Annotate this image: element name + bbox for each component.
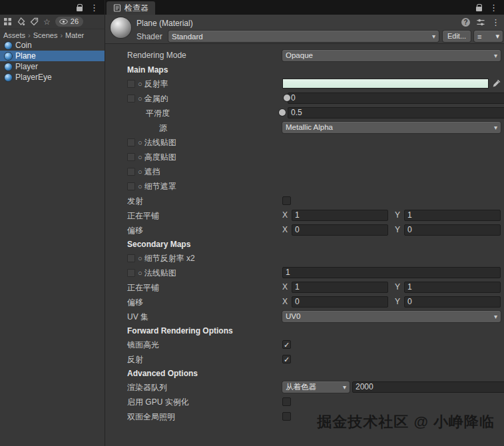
slider-knob[interactable] xyxy=(279,109,286,116)
texture-slot[interactable] xyxy=(127,168,135,176)
lock-icon[interactable] xyxy=(476,7,482,11)
kebab-menu-icon[interactable]: ⋮ xyxy=(90,3,99,12)
secondary-normal-label-text: 法线贴图 xyxy=(144,268,176,278)
kebab-menu-icon[interactable]: ⋮ xyxy=(491,18,500,27)
metallic-row: ○金属的 xyxy=(105,91,504,105)
secondary-offset-x-field[interactable] xyxy=(292,296,388,308)
emission-checkbox[interactable] xyxy=(282,196,291,205)
object-picker-icon[interactable]: ○ xyxy=(138,254,142,262)
render-queue-row: 渲染器队列 从着色器 ▾ xyxy=(105,379,504,394)
secondary-offset-y-field[interactable] xyxy=(404,296,501,308)
star-icon[interactable]: ☆ xyxy=(43,17,51,27)
smoothness-row: 平滑度 xyxy=(105,105,504,120)
gpu-instancing-checkbox[interactable] xyxy=(282,397,291,406)
list-item-player[interactable]: Player xyxy=(0,61,105,72)
y-axis-label: Y xyxy=(395,210,404,220)
render-queue-value-field[interactable] xyxy=(352,381,504,393)
help-icon[interactable]: ? xyxy=(461,18,470,27)
normal-map-label: ○法线贴图 xyxy=(127,137,176,148)
main-offset-row: 偏移 X Y xyxy=(105,222,504,237)
inspector-body: Rendering Mode Opaque ▾ Main Maps ○反射率 xyxy=(105,44,504,423)
list-item-playereye[interactable]: PlayerEye xyxy=(0,72,105,83)
shader-menu-dropdown[interactable]: ≡ ▾ xyxy=(474,31,503,42)
secondary-tiling-y-field[interactable] xyxy=(404,282,501,293)
chevron-down-icon: ▾ xyxy=(494,313,497,320)
albedo-label-text: 反射率 xyxy=(144,79,168,89)
edit-shader-button[interactable]: Edit... xyxy=(443,31,471,42)
offset-y-field[interactable] xyxy=(404,224,501,236)
detail-albedo-label: ○细节反射率 x2 xyxy=(127,253,195,264)
y-axis-label: Y xyxy=(395,225,404,234)
source-label: 源 xyxy=(159,122,167,134)
texture-slot[interactable] xyxy=(127,138,135,146)
paint-bucket-icon[interactable] xyxy=(17,17,25,26)
detail-mask-label-text: 细节遮罩 xyxy=(144,182,176,191)
uv-set-dropdown[interactable]: UV0 ▾ xyxy=(282,311,501,322)
reflections-checkbox[interactable]: ✓ xyxy=(282,355,291,363)
main-tiling-row: 正在平铺 X Y xyxy=(105,208,504,222)
uv-set-label: UV 集 xyxy=(127,312,148,323)
grid-icon[interactable] xyxy=(3,17,12,26)
normal-map-label-text: 法线贴图 xyxy=(144,138,176,147)
specular-highlights-row: 镜面高光 ✓ xyxy=(105,337,504,351)
texture-slot[interactable] xyxy=(127,80,135,88)
visibility-count: 26 xyxy=(71,17,79,25)
list-item-plane[interactable]: Plane xyxy=(0,51,105,61)
x-axis-label: X xyxy=(282,210,292,220)
detail-mask-row: ○细节遮罩 xyxy=(105,178,504,193)
texture-slot[interactable] xyxy=(127,269,135,277)
render-queue-dropdown[interactable]: 从着色器 ▾ xyxy=(282,381,350,393)
list-item-label: Plane xyxy=(15,51,36,61)
object-picker-icon[interactable]: ○ xyxy=(138,168,142,176)
object-picker-icon[interactable]: ○ xyxy=(138,269,142,277)
material-header-icons: ? ⋮ xyxy=(461,18,500,27)
object-picker-icon[interactable]: ○ xyxy=(138,182,142,190)
breadcrumb-scenes[interactable]: Scenes xyxy=(33,31,58,39)
material-sphere-icon xyxy=(5,42,12,49)
lock-icon[interactable] xyxy=(77,7,83,11)
object-picker-icon[interactable]: ○ xyxy=(138,138,142,146)
offset-label: 偏移 xyxy=(127,297,143,308)
tiling-x-field[interactable] xyxy=(292,210,388,221)
list-item-coin[interactable]: Coin xyxy=(0,40,105,51)
breadcrumb-assets[interactable]: Assets xyxy=(3,31,25,39)
double-sided-gi-checkbox[interactable] xyxy=(282,412,291,421)
eyedropper-icon[interactable] xyxy=(492,79,501,88)
secondary-tiling-x-field[interactable] xyxy=(292,282,388,293)
smoothness-source-dropdown[interactable]: Metallic Alpha ▾ xyxy=(282,122,501,133)
rendering-mode-dropdown[interactable]: Opaque ▾ xyxy=(282,50,501,61)
inspector-tabbar: 检查器 ⋮ xyxy=(105,0,504,15)
albedo-color-swatch[interactable] xyxy=(282,79,489,89)
chevron-right-icon: › xyxy=(28,31,31,39)
specular-highlights-checkbox[interactable]: ✓ xyxy=(282,340,291,349)
y-axis-label: Y xyxy=(395,282,404,292)
object-picker-icon[interactable]: ○ xyxy=(138,80,142,88)
kebab-menu-icon[interactable]: ⋮ xyxy=(489,3,498,12)
smoothness-value-field[interactable] xyxy=(288,107,504,118)
slider-knob[interactable] xyxy=(284,95,290,101)
shader-dropdown[interactable]: Standard ▾ xyxy=(168,31,439,42)
object-picker-icon[interactable]: ○ xyxy=(138,153,142,161)
normal-scale-field[interactable] xyxy=(282,267,501,278)
albedo-label: ○反射率 xyxy=(127,79,168,90)
rendering-mode-value: Opaque xyxy=(286,51,491,59)
tag-icon[interactable] xyxy=(30,17,39,26)
uv-set-value: UV0 xyxy=(286,312,491,320)
tiling-y-field[interactable] xyxy=(404,210,501,221)
presets-icon[interactable] xyxy=(476,18,485,27)
texture-slot[interactable] xyxy=(127,182,135,190)
texture-slot[interactable] xyxy=(127,254,135,262)
object-picker-icon[interactable]: ○ xyxy=(138,95,142,103)
texture-slot[interactable] xyxy=(127,153,135,161)
emission-label: 发射 xyxy=(127,196,143,207)
shader-row: Shader Standard ▾ Edit... ≡ ▾ xyxy=(105,31,504,43)
tab-inspector[interactable]: 检查器 xyxy=(107,1,155,15)
offset-label: 偏移 xyxy=(127,225,143,236)
offset-x-field[interactable] xyxy=(292,224,388,236)
metallic-value-field[interactable] xyxy=(288,93,504,104)
x-axis-label: X xyxy=(282,282,292,292)
breadcrumb-materials[interactable]: Mater xyxy=(65,31,84,39)
texture-slot[interactable] xyxy=(127,95,135,103)
visibility-count-chip[interactable]: 26 xyxy=(55,17,83,27)
shader-dropdown-value: Standard xyxy=(172,33,429,41)
